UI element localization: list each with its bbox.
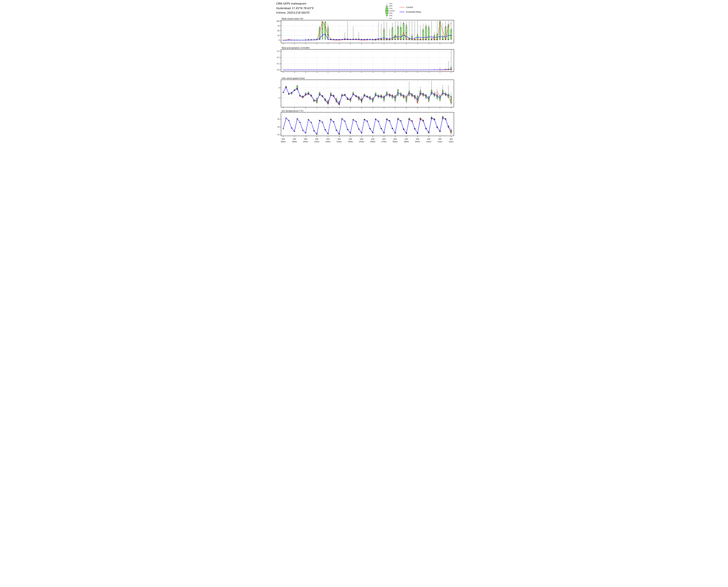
legend-label-90: 90% xyxy=(389,5,392,7)
temp-ensemble-mean-line xyxy=(283,118,451,134)
wind-frame xyxy=(281,80,454,107)
wind-ytick-label: 4 xyxy=(278,87,279,89)
xtick-date-label: 27Dec xyxy=(381,141,387,143)
xtick-hour-label: 00Z xyxy=(416,138,419,140)
panel-title-temp: 2m temperature (°C) xyxy=(281,110,303,112)
panel-wind: 2410m wind speed (m/s) xyxy=(278,77,454,109)
xtick-hour-label: 00Z xyxy=(427,138,431,140)
xtick-hour-label: 00Z xyxy=(438,138,442,140)
cloud-ytick-label: 50 xyxy=(277,30,279,32)
xtick-hour-label: 00Z xyxy=(282,138,285,140)
xtick-date-label: 22Dec xyxy=(325,141,331,143)
precip-boxplots xyxy=(282,50,452,70)
xtick-hour-label: 00Z xyxy=(338,138,341,140)
xtick-date-label: 18Dec xyxy=(280,141,286,143)
wind-boxplots xyxy=(282,81,452,105)
temp-ytick-label: 20 xyxy=(277,126,279,128)
wind-gridlines xyxy=(281,80,454,107)
legend-label-25: 25% xyxy=(389,12,392,14)
precip-ytick-label: 0.3 xyxy=(277,50,279,52)
xtick-date-label: 19Dec xyxy=(292,141,297,143)
figure-location: Hyderabad 17.45°N 78.63°E xyxy=(276,7,314,10)
wind-ytick-label: 2 xyxy=(278,97,279,99)
meteogram-figure: CMA-GEPS meteogram Hyderabad 17.45°N 78.… xyxy=(273,0,455,147)
legend-label-75: 75% xyxy=(389,7,392,9)
xtick-date-label: 28Dec xyxy=(392,141,398,143)
xtick-date-label: 29Dec xyxy=(404,141,409,143)
legend: max 90% 75% median 25% 10% min Control E… xyxy=(386,3,421,19)
xtick-hour-label: 00Z xyxy=(304,138,308,140)
xtick-date-label: 24Dec xyxy=(348,141,353,143)
xtick-hour-label: 00Z xyxy=(315,138,319,140)
xtick-date-label: 21Dec xyxy=(314,141,320,143)
xtick-hour-label: 00Z xyxy=(371,138,374,140)
xtick-date-label: 23Dec xyxy=(337,141,342,143)
xtick-date-label: 02Jan xyxy=(449,141,454,143)
xtick-date-label: 01Jan xyxy=(437,141,442,143)
temp-gridlines xyxy=(281,112,454,136)
legend-label-10: 10% xyxy=(389,15,392,17)
wind-ticks: 24 xyxy=(278,87,451,108)
xtick-date-label: 20Dec xyxy=(303,141,308,143)
xtick-hour-label: 00Z xyxy=(326,138,330,140)
xtick-hour-label: 00Z xyxy=(293,138,296,140)
panel-title-wind: 10m wind speed (m/s) xyxy=(281,77,305,79)
cloud-ticks: 0255075100 xyxy=(276,20,451,44)
meteogram-page: CMA-GEPS meteogram Hyderabad 17.45°N 78.… xyxy=(273,0,455,147)
legend-control-label: Control xyxy=(406,6,413,8)
panel-title-precip: Total precipitation (mm/6h) xyxy=(281,47,310,49)
xtick-date-label: 25Dec xyxy=(359,141,364,143)
cloud-ytick-label: 100 xyxy=(276,20,279,22)
panel-title-cloud: Total cloud cover (%) xyxy=(281,18,303,20)
xtick-hour-label: 00Z xyxy=(360,138,363,140)
legend-ensemble-label: Ensemble Mean xyxy=(406,11,421,13)
xtick-hour-label: 00Z xyxy=(349,138,352,140)
xtick-hour-label: 00Z xyxy=(382,138,386,140)
precip-gridlines xyxy=(281,49,454,72)
xtick-date-label: 26Dec xyxy=(370,141,376,143)
temp-ytick-label: 25 xyxy=(277,118,279,120)
xtick-hour-label: 00Z xyxy=(393,138,397,140)
x-axis-labels: 00Z18Dec00Z19Dec00Z20Dec00Z21Dec00Z22Dec… xyxy=(280,138,454,143)
figure-header: CMA-GEPS meteogram Hyderabad 17.45°N 78.… xyxy=(276,2,314,14)
cloud-ytick-label: 0 xyxy=(278,39,279,41)
precip-ytick-label: 0.2 xyxy=(277,56,279,58)
figure-inittime: Initime: 20251218 00UTC xyxy=(276,11,310,14)
legend-label-median: median xyxy=(389,10,395,12)
xtick-hour-label: 00Z xyxy=(450,138,453,140)
precip-ytick-label: 0.0 xyxy=(277,69,279,71)
precip-ytick-label: 0.1 xyxy=(277,63,279,65)
panel-cloud: 0255075100Total cloud cover (%) xyxy=(276,18,454,44)
temp-frame xyxy=(281,112,454,136)
legend-label-min: min xyxy=(389,17,392,19)
xtick-date-label: 31Dec xyxy=(426,141,432,143)
legend-label-max: max xyxy=(389,3,392,4)
figure-title: CMA-GEPS meteogram xyxy=(276,2,306,5)
temp-boxplots xyxy=(282,116,452,135)
temp-ytick-label: 15 xyxy=(277,134,279,136)
precip-ensemble-mean-line xyxy=(283,69,451,70)
xtick-hour-label: 00Z xyxy=(405,138,408,140)
panel-temp: 1520252m temperature (°C) xyxy=(277,110,454,137)
precip-frame xyxy=(281,49,454,72)
xtick-date-label: 30Dec xyxy=(415,141,420,143)
cloud-ytick-label: 25 xyxy=(277,34,279,37)
precip-ticks: 0.00.10.20.3 xyxy=(277,50,451,73)
panel-precip: 0.00.10.20.3Total precipitation (mm/6h) xyxy=(277,47,454,73)
cloud-ytick-label: 75 xyxy=(277,25,279,27)
